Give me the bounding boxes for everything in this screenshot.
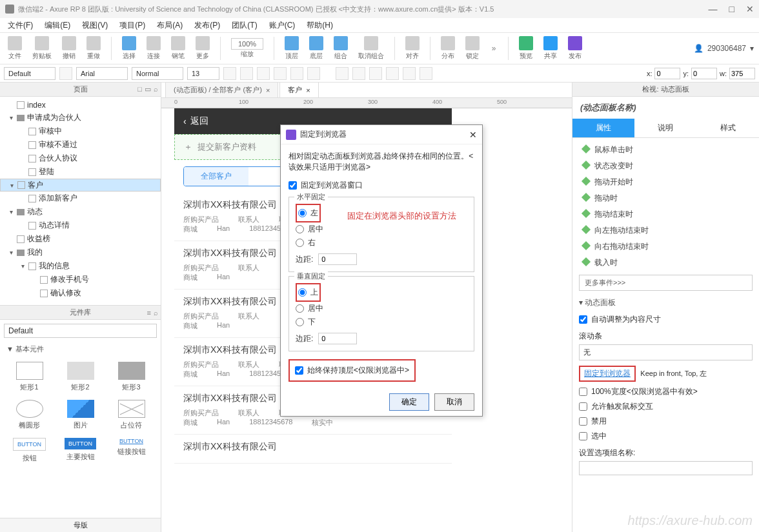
add-page-icon[interactable]: □ bbox=[137, 85, 142, 94]
tree-item[interactable]: ▾客户 bbox=[0, 179, 161, 192]
tb-publish[interactable]: 发布 bbox=[565, 36, 585, 61]
tb-ungroup[interactable]: 取消组合 bbox=[356, 36, 387, 61]
tb-preview[interactable]: 预览 bbox=[516, 36, 536, 61]
tb-share[interactable]: 共享 bbox=[541, 36, 560, 61]
align-left-icon[interactable] bbox=[336, 67, 349, 80]
dialog-close-icon[interactable]: ✕ bbox=[469, 130, 477, 140]
add-folder-icon[interactable]: ▭ bbox=[145, 85, 151, 94]
tb-group[interactable]: 组合 bbox=[331, 36, 350, 61]
tree-item[interactable]: 登陆 bbox=[0, 165, 161, 179]
radio-top[interactable]: 上 bbox=[298, 286, 318, 299]
tree-item[interactable]: 确认修改 bbox=[0, 286, 161, 300]
event-item[interactable]: 载入时 bbox=[579, 255, 753, 271]
bold-icon[interactable] bbox=[223, 67, 236, 80]
tab-properties[interactable]: 属性 bbox=[572, 119, 634, 137]
tree-item[interactable]: 添加新客户 bbox=[0, 192, 161, 205]
tb-dist[interactable]: 分布 bbox=[438, 36, 458, 61]
lib-item[interactable]: 矩形3 bbox=[107, 359, 156, 395]
menu-file[interactable]: 文件(F) bbox=[4, 19, 37, 32]
tb-redo[interactable]: 重做 bbox=[84, 36, 103, 61]
chk-selected[interactable]: 选中 bbox=[579, 429, 753, 444]
tree-item[interactable]: ▾动态 bbox=[0, 205, 161, 219]
menu-project[interactable]: 项目(P) bbox=[116, 19, 149, 32]
tree-item[interactable]: 审核中 bbox=[0, 124, 161, 138]
lib-item[interactable]: 矩形1 bbox=[5, 359, 54, 395]
size-select[interactable]: 13 bbox=[187, 67, 219, 80]
chk-auto-fit[interactable]: 自动调整为内容尺寸 bbox=[579, 312, 753, 327]
radio-vcenter[interactable]: 居中 bbox=[296, 302, 467, 315]
border-icon[interactable] bbox=[307, 67, 320, 80]
event-item[interactable]: 拖动时 bbox=[579, 190, 753, 206]
tb-more[interactable]: 更多 bbox=[193, 36, 212, 61]
radio-right[interactable]: 右 bbox=[296, 236, 467, 250]
tab-close-icon[interactable]: × bbox=[306, 86, 310, 94]
tree-item[interactable]: ▾我的信息 bbox=[0, 259, 161, 273]
menu-team[interactable]: 团队(T) bbox=[228, 19, 261, 32]
v-margin-field[interactable] bbox=[318, 333, 357, 344]
fill-icon[interactable] bbox=[290, 67, 303, 80]
radio-bottom[interactable]: 下 bbox=[296, 315, 467, 329]
chk-pin[interactable]: 固定到浏览器窗口 bbox=[288, 178, 474, 193]
lib-item[interactable]: BUTTON主要按钮 bbox=[56, 435, 105, 466]
h-margin-field[interactable] bbox=[318, 253, 357, 265]
tree-item[interactable]: 收益榜 bbox=[0, 232, 161, 246]
optgroup-select[interactable] bbox=[579, 461, 753, 475]
event-item[interactable]: 拖动结束时 bbox=[579, 206, 753, 222]
tab-panel-state[interactable]: (动态面板) / 全部客户 (客户)× bbox=[165, 83, 278, 97]
italic-icon[interactable] bbox=[240, 67, 253, 80]
pin-link[interactable]: 固定到浏览器 bbox=[584, 369, 631, 378]
tb-pen[interactable]: 钢笔 bbox=[168, 36, 188, 61]
dialog-header[interactable]: 固定到浏览器 ✕ bbox=[281, 125, 482, 144]
tb-bottom[interactable]: 底层 bbox=[307, 36, 326, 61]
valign-mid-icon[interactable] bbox=[403, 67, 416, 80]
tab-close-icon[interactable]: × bbox=[266, 86, 270, 94]
valign-bot-icon[interactable] bbox=[420, 67, 432, 80]
font-select[interactable]: Arial bbox=[76, 67, 128, 80]
tb-align[interactable]: 对齐 bbox=[403, 36, 422, 61]
lib-search-icon[interactable]: ⌕ bbox=[154, 309, 158, 317]
tb-clipboard[interactable]: 剪贴板 bbox=[30, 36, 54, 61]
search-icon[interactable]: ⌕ bbox=[154, 85, 158, 94]
lib-item[interactable]: 占位符 bbox=[107, 397, 156, 433]
lib-menu-icon[interactable]: ≡ bbox=[147, 309, 151, 317]
more-events[interactable]: 更多事件>>> bbox=[579, 275, 753, 291]
align-center-icon[interactable] bbox=[352, 67, 365, 80]
valign-top-icon[interactable] bbox=[386, 67, 399, 80]
tree-item[interactable]: 动态详情 bbox=[0, 219, 161, 232]
tb-connect[interactable]: 连接 bbox=[144, 36, 163, 61]
event-item[interactable]: 向右拖动结束时 bbox=[579, 239, 753, 255]
lib-item[interactable]: BUTTON链接按钮 bbox=[107, 435, 156, 466]
menu-layout[interactable]: 布局(A) bbox=[153, 19, 187, 32]
chk-keep-top[interactable]: 始终保持顶层<仅限浏览器中> bbox=[295, 363, 409, 378]
tb-lock[interactable]: 锁定 bbox=[463, 36, 482, 61]
tb-undo[interactable]: 撤销 bbox=[59, 36, 79, 61]
tb-select[interactable]: 选择 bbox=[119, 36, 139, 61]
pos-y-field[interactable] bbox=[691, 68, 717, 79]
maximize-icon[interactable]: □ bbox=[729, 4, 734, 14]
underline-icon[interactable] bbox=[257, 67, 270, 80]
user-menu[interactable]: 👤 290306487 ▾ bbox=[694, 44, 754, 53]
lib-item[interactable]: 矩形2 bbox=[56, 359, 105, 395]
tab-customer[interactable]: 客户× bbox=[279, 83, 318, 97]
tab-notes[interactable]: 说明 bbox=[634, 119, 696, 137]
event-item[interactable]: 拖动开始时 bbox=[579, 174, 753, 190]
library-select[interactable]: Default bbox=[4, 324, 157, 338]
tree-item[interactable]: ▾申请成为合伙人 bbox=[0, 111, 161, 124]
event-item[interactable]: 状态改变时 bbox=[579, 158, 753, 174]
tb-file[interactable]: 文件 bbox=[5, 36, 25, 61]
lib-item[interactable]: 椭圆形 bbox=[5, 397, 54, 433]
menu-edit[interactable]: 编辑(E) bbox=[41, 19, 74, 32]
masters-footer[interactable]: 母版 bbox=[0, 518, 161, 532]
tree-item[interactable]: ▾我的 bbox=[0, 246, 161, 259]
event-item[interactable]: 鼠标单击时 bbox=[579, 142, 753, 158]
tree-item[interactable]: 合伙人协议 bbox=[0, 152, 161, 165]
tree-item[interactable]: index bbox=[0, 99, 161, 111]
tree-item[interactable]: 审核不通过 bbox=[0, 138, 161, 152]
tree-item[interactable]: 修改手机号 bbox=[0, 273, 161, 286]
inspector-name[interactable]: (动态面板名称) bbox=[572, 97, 759, 119]
color-icon[interactable] bbox=[274, 67, 287, 80]
event-item[interactable]: 向左拖动结束时 bbox=[579, 222, 753, 239]
menu-help[interactable]: 帮助(H) bbox=[303, 19, 337, 32]
radio-hcenter[interactable]: 居中 bbox=[296, 222, 467, 236]
minimize-icon[interactable]: — bbox=[709, 4, 718, 14]
